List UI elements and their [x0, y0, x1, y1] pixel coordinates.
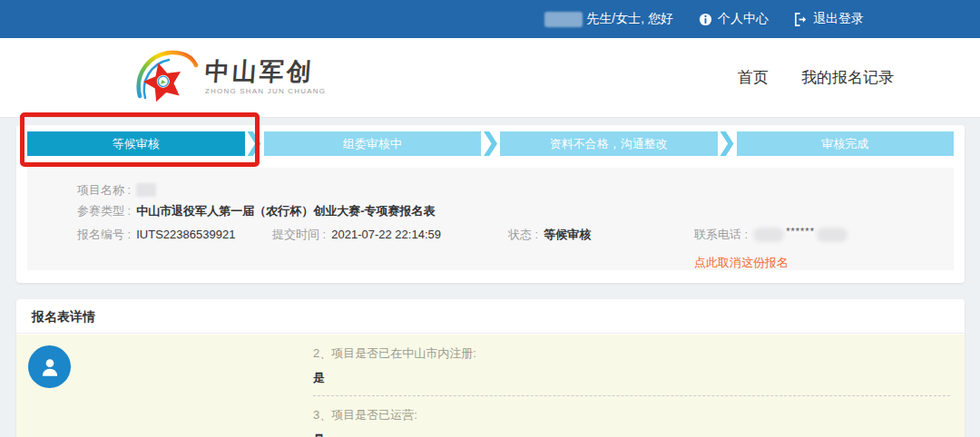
redacted-phone-suffix [817, 228, 848, 242]
answer-registered-in-zhongshan: 是 [313, 371, 950, 385]
project-name-row: 项目名称 : [77, 180, 954, 200]
detail-body: 2、项目是否已在中山市内注册: 是 3、项目是否已运营: 是 [16, 335, 965, 437]
logout-label: 退出登录 [813, 11, 864, 27]
phone-masked-digits: ****** [786, 221, 815, 242]
info-icon [699, 13, 712, 26]
category-row: 参赛类型 : 中山市退役军人第一届（农行杯）创业大赛-专项赛报名表 [77, 200, 954, 221]
step-review-complete: 审核完成 [737, 131, 955, 156]
status-value: 等候审核 [544, 224, 591, 245]
logo-title: 中山军创 [204, 58, 327, 85]
dashed-divider [313, 395, 950, 396]
site-header: 中山军创 ZHONG SHAN JUN CHUANG 首页 我的报名记录 [0, 38, 980, 118]
nav-home[interactable]: 首页 [738, 67, 769, 88]
main-nav: 首页 我的报名记录 [738, 67, 894, 88]
logout-icon [794, 13, 808, 26]
answer-project-operating: 是 [313, 432, 950, 437]
category-value: 中山市退役军人第一届（农行杯）创业大赛-专项赛报名表 [136, 200, 435, 221]
question-project-operating: 3、项目是否已运营: [313, 407, 950, 422]
redacted-project-name [136, 183, 156, 197]
submit-time-value: 2021-07-22 22:14:59 [331, 224, 441, 245]
topbar: 先生/女士, 您好 个人中心 退出登录 [0, 0, 980, 38]
logo-subtitle: ZHONG SHAN JUN CHUANG [205, 87, 326, 95]
submit-time-label: 提交时间 : [272, 224, 326, 245]
contact-phone: 联系电话 : ****** [694, 224, 848, 245]
greeting-text: 先生/女士, 您好 [586, 11, 673, 27]
meta-row: 报名编号 : IUTS22386539921 提交时间 : 2021-07-22… [77, 224, 954, 273]
user-avatar-icon [28, 345, 71, 388]
person-icon [38, 355, 62, 379]
chevron-right-icon [484, 131, 497, 156]
logout-link[interactable]: 退出登录 [794, 11, 864, 27]
summary-panel: 项目名称 : 参赛类型 : 中山市退役军人第一届（农行杯）创业大赛-专项赛报名表… [27, 168, 954, 270]
step-committee-reviewing: 组委审核中 [264, 131, 482, 156]
page: 先生/女士, 您好 个人中心 退出登录 [0, 0, 980, 437]
status: 状态 : 等候审核 [508, 224, 694, 245]
user-greeting: 先生/女士, 您好 [544, 11, 673, 27]
registration-number-label: 报名编号 : [77, 224, 131, 245]
step-materials-rectify: 资料不合格，沟通整改 [500, 131, 718, 156]
redacted-phone-prefix [753, 228, 784, 242]
status-label: 状态 : [508, 224, 538, 245]
contact-phone-label: 联系电话 : [694, 224, 748, 245]
project-name-label: 项目名称 : [77, 180, 131, 200]
registration-detail-card: 报名表详情 2、项目是否已在中山市内注册: 是 3、项目是否已运营: 是 [16, 299, 965, 437]
logo-star-icon [134, 47, 200, 105]
contact-block: 联系电话 : ****** 点此取消这份报名 [694, 224, 848, 273]
logo-text: 中山军创 ZHONG SHAN JUN CHUANG [205, 58, 326, 95]
annotation-highlight-box [20, 112, 260, 167]
registration-number: 报名编号 : IUTS22386539921 [77, 224, 272, 245]
category-label: 参赛类型 : [77, 200, 131, 221]
nav-my-registrations[interactable]: 我的报名记录 [801, 67, 894, 88]
personal-center-label: 个人中心 [718, 11, 769, 27]
cancel-registration-link[interactable]: 点此取消这份报名 [694, 252, 789, 273]
chevron-right-icon [720, 131, 734, 156]
registration-number-value: IUTS22386539921 [136, 224, 235, 245]
submit-time: 提交时间 : 2021-07-22 22:14:59 [272, 224, 508, 245]
personal-center-link[interactable]: 个人中心 [699, 11, 769, 27]
detail-section-title: 报名表详情 [16, 299, 965, 334]
qa-list: 2、项目是否已在中山市内注册: 是 3、项目是否已运营: 是 [313, 345, 950, 437]
redacted-username [544, 12, 583, 27]
site-logo: 中山军创 ZHONG SHAN JUN CHUANG [134, 47, 326, 105]
question-registered-in-zhongshan: 2、项目是否已在中山市内注册: [313, 345, 950, 361]
